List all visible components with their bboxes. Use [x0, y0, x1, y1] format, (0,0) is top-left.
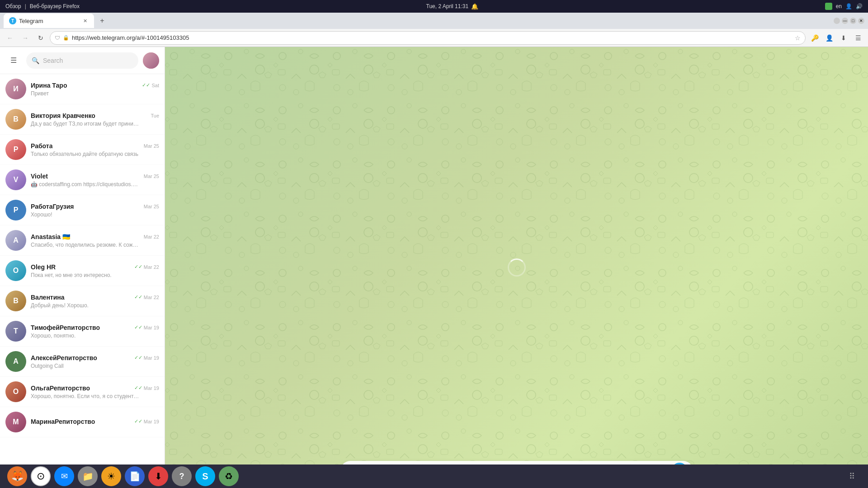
- chat-name: Ирина Таро: [31, 82, 67, 89]
- chat-time: ✓✓Mar 19: [134, 324, 159, 330]
- chat-name: Violet: [31, 173, 48, 180]
- browser-tab[interactable]: T Telegram ✕: [4, 14, 94, 28]
- chat-preview: Привет: [31, 90, 139, 97]
- bookmark-icon[interactable]: ☆: [795, 34, 801, 42]
- taskbar-app-recycle[interactable]: ♻: [219, 466, 239, 486]
- chat-name: АлексейРепиторство: [31, 354, 97, 361]
- taskbar-app-skype[interactable]: S: [195, 466, 215, 486]
- chat-preview: Хорошо, понятно.: [31, 333, 139, 339]
- taskbar-app-thunderbird[interactable]: ✉: [54, 466, 74, 486]
- taskbar-app-document[interactable]: 📄: [125, 466, 145, 486]
- chat-item[interactable]: O Oleg HR ✓✓Mar 22 Пока нет, но мне это …: [0, 256, 165, 286]
- toolbar-right: 🔑 👤 ⬇ ☰: [808, 32, 864, 44]
- minimize-btn[interactable]: —: [842, 18, 848, 24]
- chat-avatar: O: [5, 260, 26, 281]
- taskbar-app-firefox[interactable]: 🦊: [7, 466, 27, 486]
- chat-item[interactable]: О ОльгаРепиторство ✓✓Mar 19 Хорошо, поня…: [0, 377, 165, 407]
- taskbar-app-chrome[interactable]: ⊙: [31, 466, 51, 486]
- chat-item[interactable]: V Violet Mar 25 🤖 coderstaffing.com http…: [0, 165, 165, 195]
- chat-item[interactable]: Р Работа Mar 25 Только обязательно дайте…: [0, 135, 165, 165]
- chat-item[interactable]: Т ТимофейРепиторство ✓✓Mar 19 Хорошо, по…: [0, 316, 165, 347]
- chat-info: РаботаГрузия Mar 25 Хорошо!: [31, 203, 159, 218]
- thunderbird-icon: ✉: [61, 471, 68, 481]
- read-check-icon: ✓✓: [134, 264, 142, 270]
- close-btn[interactable]: ✕: [858, 18, 864, 24]
- chat-info: АлексейРепиторство ✓✓Mar 19 Outgoing Cal…: [31, 354, 159, 369]
- search-box[interactable]: 🔍 Search: [26, 52, 138, 69]
- chat-preview: Добрый день! Хорошо.: [31, 302, 139, 309]
- read-check-icon: ✓✓: [134, 355, 142, 361]
- chat-top: АлексейРепиторство ✓✓Mar 19: [31, 354, 159, 361]
- hamburger-button[interactable]: ☰: [5, 52, 22, 69]
- chat-info: Валентина ✓✓Mar 22 Добрый день! Хорошо.: [31, 294, 159, 309]
- maximize-btn[interactable]: □: [850, 18, 856, 24]
- chat-info: Работа Mar 25 Только обязательно дайте о…: [31, 142, 159, 157]
- read-check-icon: ✓✓: [142, 82, 150, 88]
- bell-icon: 🔔: [471, 3, 478, 10]
- taskbar-app-appcenter[interactable]: ⬇: [148, 466, 168, 486]
- chat-time: Mar 22: [144, 234, 159, 239]
- menu-btn[interactable]: ☰: [852, 32, 864, 44]
- skype-icon: S: [202, 471, 208, 482]
- chat-top: ТимофейРепиторство ✓✓Mar 19: [31, 324, 159, 331]
- chat-item[interactable]: A АлексейРепиторство ✓✓Mar 19 Outgoing C…: [0, 347, 165, 377]
- os-topbar-left: Обзор | Веб-браузер Firefox: [5, 3, 80, 9]
- chat-info: МаринаРепиторство ✓✓Mar 19: [31, 418, 159, 427]
- chat-name: ОльгаРепиторство: [31, 385, 90, 392]
- browser-titlebar: T Telegram ✕ + — □ ✕: [0, 13, 868, 29]
- chat-info: Ирина Таро ✓✓Sat Привет: [31, 82, 159, 97]
- chat-avatar: A: [5, 230, 26, 251]
- browser-label: Веб-браузер Firefox: [30, 3, 80, 9]
- extensions-btn[interactable]: 🔑: [808, 32, 821, 44]
- chat-name: Oleg HR: [31, 263, 56, 271]
- dropdown-btn[interactable]: [834, 18, 840, 24]
- chat-item[interactable]: В Валентина ✓✓Mar 22 Добрый день! Хорошо…: [0, 286, 165, 316]
- chat-top: РаботаГрузия Mar 25: [31, 203, 159, 210]
- chat-item[interactable]: И Ирина Таро ✓✓Sat Привет: [0, 74, 165, 104]
- telegram-sidebar: ☰ 🔍 Search И Ирина Таро ✓✓Sat: [0, 47, 165, 488]
- sidebar-header: ☰ 🔍 Search: [0, 47, 165, 74]
- chat-time: ✓✓Mar 22: [134, 294, 159, 300]
- search-icon: 🔍: [32, 57, 39, 64]
- tab-close-button[interactable]: ✕: [81, 17, 89, 24]
- chat-name: Anastasia 🇺🇦: [31, 233, 70, 240]
- chat-time: ✓✓Mar 19: [134, 418, 159, 424]
- user-avatar[interactable]: [143, 52, 159, 69]
- os-topbar: Обзор | Веб-браузер Firefox Tue, 2 April…: [0, 0, 868, 13]
- chat-item[interactable]: В Виктория Кравченко Tue Да,у вас будет …: [0, 104, 165, 135]
- taskbar-app-help[interactable]: ?: [172, 466, 192, 486]
- chat-info: Виктория Кравченко Tue Да,у вас будет ТЗ…: [31, 112, 159, 127]
- chat-time: ✓✓Mar 19: [134, 385, 159, 391]
- new-tab-button[interactable]: +: [96, 14, 108, 27]
- document-icon: 📄: [129, 471, 141, 482]
- grid-icon: ⠿: [849, 471, 855, 481]
- url-text: https://web.telegram.org/a/#-10014951033…: [72, 34, 792, 41]
- chat-top: Anastasia 🇺🇦 Mar 22: [31, 233, 159, 240]
- chat-preview: Только обязательно дайте обратную связь: [31, 151, 139, 157]
- chat-info: ТимофейРепиторство ✓✓Mar 19 Хорошо, поня…: [31, 324, 159, 339]
- chat-name: ТимофейРепиторство: [31, 324, 100, 331]
- forward-button[interactable]: →: [19, 32, 32, 44]
- taskbar-app-gaim[interactable]: ☀: [101, 466, 121, 486]
- taskbar-app-files[interactable]: 📁: [78, 466, 98, 486]
- reload-button[interactable]: ↻: [34, 32, 47, 44]
- chat-time: Tue: [151, 113, 159, 118]
- chat-preview: Спасибо, что поделились резюме. К сожале…: [31, 242, 139, 248]
- overview-label[interactable]: Обзор: [5, 3, 21, 9]
- apps-grid-button[interactable]: ⠿: [843, 467, 861, 485]
- chat-time: ✓✓Mar 22: [134, 264, 159, 270]
- profile-btn[interactable]: 👤: [823, 32, 835, 44]
- chat-item[interactable]: М МаринаРепиторство ✓✓Mar 19: [0, 407, 165, 437]
- volume-icon: 🔊: [856, 3, 863, 9]
- chat-item[interactable]: A Anastasia 🇺🇦 Mar 22 Спасибо, что подел…: [0, 225, 165, 256]
- download-btn[interactable]: ⬇: [837, 32, 850, 44]
- chat-item[interactable]: P РаботаГрузия Mar 25 Хорошо!: [0, 195, 165, 225]
- chat-time: Mar 25: [144, 174, 159, 179]
- url-bar[interactable]: 🛡 🔒 https://web.telegram.org/a/#-1001495…: [50, 31, 806, 45]
- chat-info: ОльгаРепиторство ✓✓Mar 19 Хорошо, понятн…: [31, 385, 159, 399]
- chat-top: МаринаРепиторство ✓✓Mar 19: [31, 418, 159, 425]
- recycle-icon: ♻: [225, 471, 233, 482]
- chat-time: Mar 25: [144, 143, 159, 149]
- back-button[interactable]: ←: [4, 32, 16, 44]
- os-topbar-center: Tue, 2 April 11:31 🔔: [426, 3, 479, 10]
